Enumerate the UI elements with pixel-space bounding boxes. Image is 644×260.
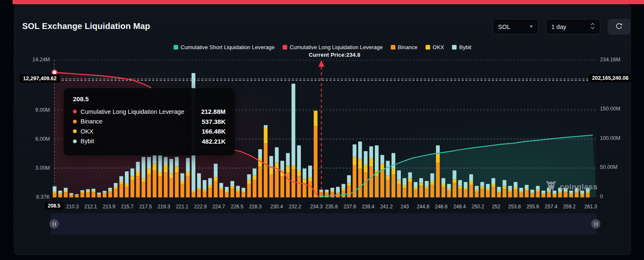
range-slider-left-handle[interactable] — [49, 219, 59, 228]
bar-binance — [508, 192, 512, 197]
page-title: SOL Exchange Liquidation Map — [22, 21, 150, 31]
bar-bybit — [325, 190, 329, 192]
bar-bybit — [264, 125, 267, 128]
x-axis-tick: 237.6 — [343, 204, 356, 210]
bar-bybit — [75, 194, 79, 195]
bar-okx — [58, 193, 62, 194]
range-slider-track[interactable] — [51, 213, 596, 234]
left-axis-tick: 9.00M — [35, 107, 50, 113]
bar-okx — [75, 195, 79, 195]
x-axis-tick: 261.3 — [584, 204, 597, 210]
bar-okx — [119, 181, 123, 184]
bar-binance — [397, 184, 401, 197]
bar-bybit — [475, 186, 479, 190]
symbol-select[interactable]: SOL — [493, 19, 538, 34]
interval-select-value: 1 day — [551, 24, 566, 30]
bar-okx — [525, 189, 529, 191]
bar-bybit — [180, 173, 184, 181]
interval-select[interactable]: 1 day — [546, 19, 600, 34]
tooltip-series-value: 166.48K — [202, 128, 226, 135]
legend-item-cumulative-long-liquidation-leverage[interactable]: Cumulative Long Liquidation Leverage — [283, 44, 383, 50]
tooltip-series-label: Cumulative Long Liquidation Leverage — [80, 108, 197, 115]
left-axis-tick: 6.00M — [35, 136, 50, 142]
bar-binance — [264, 144, 267, 198]
bar-binance — [553, 194, 556, 197]
bar-binance — [469, 185, 473, 197]
bar-bybit — [519, 188, 523, 191]
bar-bybit — [408, 172, 412, 178]
bar-okx — [108, 190, 112, 192]
bar-okx — [386, 175, 390, 180]
bar-binance — [414, 190, 418, 197]
legend-item-binance[interactable]: Binance — [391, 44, 418, 50]
legend-item-bybit[interactable]: Bybit — [452, 44, 471, 50]
legend-item-cumulative-short-liquidation-leverage[interactable]: Cumulative Short Liquidation Leverage — [174, 44, 275, 50]
bar-bybit — [269, 156, 273, 168]
bar-okx — [253, 175, 257, 180]
bar-bybit — [280, 161, 284, 171]
bar-bybit — [358, 142, 362, 159]
bar-binance — [225, 193, 229, 198]
legend-label: Cumulative Long Liquidation Leverage — [290, 44, 383, 50]
x-axis-tick: 212.1 — [84, 204, 97, 210]
series-dot-icon — [73, 120, 77, 123]
coinglass-logo-icon — [545, 180, 557, 193]
bar-bybit — [214, 164, 218, 177]
bar-bybit — [431, 173, 434, 181]
bar-okx — [553, 194, 556, 194]
bar-bybit — [286, 153, 290, 165]
legend-item-okx[interactable]: OKX — [426, 44, 444, 50]
bar-binance — [580, 194, 584, 197]
tooltip-series-value: 482.21K — [202, 138, 226, 145]
bar-okx — [519, 191, 523, 192]
bar-okx — [180, 181, 184, 184]
bar-bybit — [480, 182, 484, 186]
bar-bybit — [258, 149, 262, 158]
x-axis-tick: 259.2 — [563, 204, 576, 210]
tooltip-row: Binance537.38K — [73, 118, 226, 125]
bar-okx — [314, 111, 317, 126]
bar-binance — [308, 181, 312, 197]
bar-binance — [464, 190, 467, 197]
bar-binance — [97, 194, 101, 197]
bar-okx — [503, 186, 506, 189]
bar-binance — [542, 194, 545, 197]
bar-binance — [386, 180, 390, 197]
tooltip-row: Cumulative Long Liquidation Leverage212.… — [73, 108, 226, 115]
bar-okx — [419, 183, 423, 186]
bar-okx — [542, 193, 545, 194]
bar-okx — [147, 168, 151, 174]
bar-okx — [164, 165, 168, 172]
bar-bybit — [347, 175, 351, 183]
bar-okx — [342, 189, 345, 191]
bar-okx — [125, 184, 129, 187]
bar-okx — [497, 191, 501, 192]
bar-binance — [536, 192, 540, 197]
tooltip-row: OKX166.48K — [73, 128, 226, 135]
bar-okx — [491, 184, 495, 187]
bar-binance — [75, 195, 79, 197]
bar-binance — [125, 187, 129, 197]
x-axis-tick: 219.3 — [158, 204, 170, 210]
refresh-button[interactable] — [608, 19, 630, 34]
bar-okx — [464, 188, 467, 190]
bar-binance — [86, 193, 90, 198]
bar-okx — [480, 186, 484, 189]
bar-okx — [53, 192, 57, 193]
bar-binance — [525, 191, 529, 197]
bar-bybit — [64, 188, 68, 191]
series-dot-icon — [73, 139, 77, 143]
right-axis-tick: 0 — [600, 194, 603, 200]
bar-binance — [53, 193, 57, 197]
bar-okx — [86, 191, 90, 193]
bar-okx — [402, 185, 406, 188]
bar-binance — [203, 192, 206, 197]
range-slider-right-handle[interactable] — [591, 219, 600, 228]
bar-bybit — [491, 178, 495, 184]
bar-okx — [397, 180, 401, 184]
chart-legend: Cumulative Short Liquidation LeverageCum… — [14, 44, 631, 50]
bar-binance — [247, 184, 251, 197]
bar-bybit — [375, 145, 379, 171]
bar-okx — [469, 181, 473, 185]
refresh-icon — [615, 22, 623, 32]
